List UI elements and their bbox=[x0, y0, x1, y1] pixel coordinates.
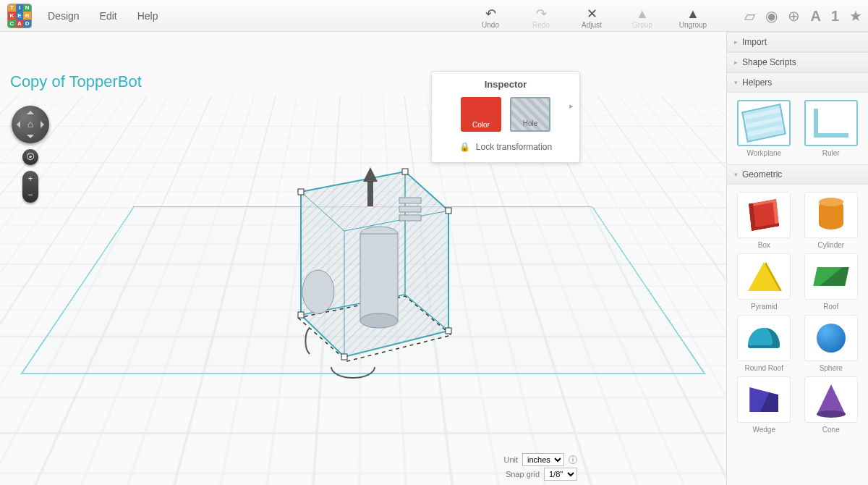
adjust-icon: ✕ bbox=[587, 7, 597, 21]
lock-icon: 🔒 bbox=[459, 142, 470, 152]
shape-pyramid[interactable]: Pyramid bbox=[733, 253, 796, 311]
chevron-down-icon: ▾ bbox=[734, 171, 738, 178]
inspector-expand-icon[interactable]: ▸ bbox=[569, 101, 574, 111]
view-cube-icon[interactable]: ◉ bbox=[765, 7, 778, 25]
shapes-sidebar: ▸ Import ▸ Shape Scripts ▾ Helpers Workp… bbox=[726, 32, 868, 485]
shape-cylinder[interactable]: Cylinder bbox=[800, 192, 863, 249]
section-helpers[interactable]: ▾ Helpers bbox=[727, 72, 868, 93]
color-swatch-label: Color bbox=[472, 121, 490, 129]
section-helpers-label: Helpers bbox=[742, 77, 772, 88]
fit-view-button[interactable]: ⦿ bbox=[22, 149, 38, 165]
menu-edit[interactable]: Edit bbox=[100, 10, 117, 22]
shape-round-roof-label: Round Roof bbox=[745, 364, 783, 372]
inspector-panel: Inspector Color Hole ▸ 🔒 Lock transforma… bbox=[431, 71, 580, 163]
helper-ruler-label: Ruler bbox=[822, 149, 840, 157]
section-import[interactable]: ▸ Import bbox=[727, 32, 868, 52]
unit-select[interactable]: inches bbox=[522, 453, 564, 466]
ungroup-icon: ▲ bbox=[686, 7, 699, 21]
shape-box-label: Box bbox=[758, 241, 770, 249]
menu-help[interactable]: Help bbox=[137, 10, 158, 22]
snap-label: Snap grid bbox=[506, 470, 540, 478]
shape-cylinder-label: Cylinder bbox=[817, 241, 844, 249]
shape-roof[interactable]: Roof bbox=[800, 253, 863, 311]
text-tool-icon[interactable]: A bbox=[810, 8, 820, 25]
shape-pyramid-label: Pyramid bbox=[751, 303, 778, 311]
undo-button[interactable]: ↶ Undo bbox=[475, 7, 506, 29]
color-swatch[interactable]: Color bbox=[461, 97, 501, 132]
redo-button: ↷ Redo bbox=[525, 7, 557, 29]
view-globe-icon[interactable]: ⊕ bbox=[788, 7, 800, 25]
shape-sphere[interactable]: Sphere bbox=[800, 315, 863, 372]
number-tool-icon[interactable]: 1 bbox=[831, 8, 839, 25]
shape-wedge-label: Wedge bbox=[752, 426, 775, 434]
section-shape-scripts[interactable]: ▸ Shape Scripts bbox=[727, 52, 868, 72]
section-geometric[interactable]: ▾ Geometric bbox=[727, 164, 868, 185]
lock-transformation[interactable]: 🔒 Lock transformation bbox=[439, 142, 572, 152]
section-geometric-label: Geometric bbox=[742, 169, 782, 180]
snap-select[interactable]: 1/8" bbox=[544, 468, 577, 481]
star-tool-icon[interactable]: ★ bbox=[849, 7, 862, 25]
group-button: ▲ Group bbox=[626, 7, 658, 29]
top-toolbar: TINKERCAD Design Edit Help ↶ Undo ↷ Redo… bbox=[0, 0, 868, 32]
document-title[interactable]: Copy of TopperBot bbox=[10, 72, 142, 91]
ungroup-button[interactable]: ▲ Ungroup bbox=[677, 7, 709, 29]
redo-icon: ↷ bbox=[536, 7, 547, 21]
undo-label: Undo bbox=[482, 21, 499, 29]
section-shape-scripts-label: Shape Scripts bbox=[742, 57, 796, 67]
orbit-control[interactable] bbox=[12, 106, 49, 143]
hole-swatch-label: Hole bbox=[523, 119, 538, 127]
redo-label: Redo bbox=[532, 21, 550, 29]
lock-label: Lock transformation bbox=[476, 142, 552, 152]
group-icon: ▲ bbox=[636, 7, 649, 21]
chevron-right-icon: ▸ bbox=[734, 59, 738, 66]
view-workplane-icon[interactable]: ▱ bbox=[744, 7, 755, 25]
zoom-control[interactable]: +− bbox=[22, 171, 38, 203]
canvas-viewport[interactable]: Copy of TopperBot ⦿ +− bbox=[0, 32, 726, 485]
helper-workplane[interactable]: Workplane bbox=[733, 100, 796, 157]
workplane-outline bbox=[20, 206, 705, 374]
menu-design[interactable]: Design bbox=[48, 10, 80, 22]
ungroup-label: Ungroup bbox=[679, 21, 707, 29]
shape-box[interactable]: Box bbox=[733, 192, 796, 249]
chevron-down-icon: ▾ bbox=[734, 79, 738, 86]
shape-cone-label: Cone bbox=[822, 426, 840, 434]
chevron-right-icon: ▸ bbox=[734, 38, 738, 46]
undo-icon: ↶ bbox=[485, 7, 496, 21]
unit-label: Unit bbox=[503, 455, 518, 464]
tinkercad-logo[interactable]: TINKERCAD bbox=[7, 4, 32, 28]
inspector-title: Inspector bbox=[439, 79, 572, 90]
hole-swatch[interactable]: Hole bbox=[510, 97, 550, 132]
adjust-label: Adjust bbox=[582, 21, 602, 29]
shape-cone[interactable]: Cone bbox=[800, 376, 863, 434]
shape-round-roof[interactable]: Round Roof bbox=[733, 315, 796, 372]
shape-roof-label: Roof bbox=[823, 303, 838, 311]
shape-wedge[interactable]: Wedge bbox=[733, 376, 796, 434]
helper-ruler[interactable]: Ruler bbox=[800, 100, 863, 157]
unit-help-icon[interactable]: i bbox=[569, 455, 577, 464]
helper-workplane-label: Workplane bbox=[746, 149, 781, 157]
adjust-button[interactable]: ✕ Adjust bbox=[576, 7, 608, 29]
group-label: Group bbox=[632, 21, 652, 29]
shape-sphere-label: Sphere bbox=[820, 364, 843, 372]
section-import-label: Import bbox=[742, 37, 767, 47]
